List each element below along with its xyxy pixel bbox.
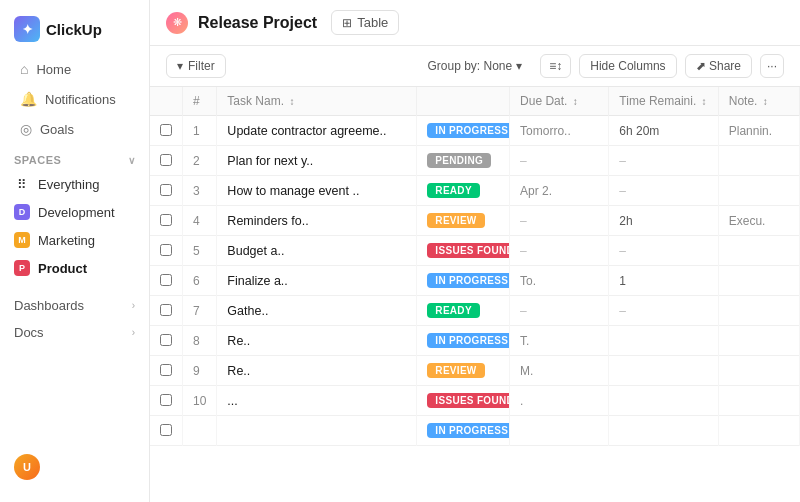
- user-avatar-area[interactable]: U: [0, 444, 149, 490]
- table-row[interactable]: 7Gathe..READY––: [150, 296, 800, 326]
- row-time-remaining: –: [609, 146, 718, 176]
- hide-columns-button[interactable]: Hide Columns: [579, 54, 676, 78]
- table-row[interactable]: 2Plan for next y..PENDING––: [150, 146, 800, 176]
- row-checkbox[interactable]: [160, 394, 172, 406]
- status-badge[interactable]: IN PROGRESS: [427, 123, 509, 138]
- row-checkbox[interactable]: [160, 364, 172, 376]
- row-time-remaining: –: [609, 296, 718, 326]
- row-checkbox[interactable]: [160, 184, 172, 196]
- status-badge[interactable]: READY: [427, 183, 480, 198]
- status-badge[interactable]: ISSUES FOUND: [427, 243, 509, 258]
- share-button[interactable]: ⬈ Share: [685, 54, 752, 78]
- row-status[interactable]: READY: [417, 296, 510, 326]
- row-task-name[interactable]: [217, 416, 417, 446]
- row-task-name[interactable]: Re..: [217, 356, 417, 386]
- sidebar-nav-home[interactable]: ⌂ Home: [6, 55, 143, 83]
- table-row[interactable]: 1Update contractor agreeme..IN PROGRESST…: [150, 116, 800, 146]
- filter-button[interactable]: ▾ Filter: [166, 54, 226, 78]
- col-notes[interactable]: Note. ↕: [718, 87, 799, 116]
- row-time-remaining: [609, 326, 718, 356]
- table-view-tab[interactable]: ⊞ Table: [331, 10, 399, 35]
- row-checkbox[interactable]: [160, 124, 172, 136]
- status-badge[interactable]: REVIEW: [427, 363, 484, 378]
- share-icon: ⬈: [696, 59, 709, 73]
- row-checkbox[interactable]: [160, 304, 172, 316]
- row-task-name[interactable]: Budget a..: [217, 236, 417, 266]
- row-checkbox[interactable]: [160, 214, 172, 226]
- row-checkbox[interactable]: [160, 424, 172, 436]
- sidebar-nav-notifications[interactable]: 🔔 Notifications: [6, 85, 143, 113]
- row-status[interactable]: READY: [417, 176, 510, 206]
- task-name-sort-icon: ↕: [289, 96, 294, 107]
- row-checkbox[interactable]: [160, 244, 172, 256]
- table-row[interactable]: 3How to manage event ..READYApr 2.–: [150, 176, 800, 206]
- sort-button[interactable]: ≡↕: [540, 54, 571, 78]
- status-badge[interactable]: ISSUES FOUND: [427, 393, 509, 408]
- sidebar-nav-notifications-label: Notifications: [45, 92, 116, 107]
- table-header-row: # Task Nam. ↕ Due Dat. ↕ Time Remaini. ↕: [150, 87, 800, 116]
- row-status[interactable]: ISSUES FOUND: [417, 236, 510, 266]
- status-badge[interactable]: IN PROGRESS: [427, 333, 509, 348]
- row-status[interactable]: PENDING: [417, 146, 510, 176]
- sidebar-dashboards[interactable]: Dashboards ›: [0, 292, 149, 319]
- status-badge[interactable]: READY: [427, 303, 480, 318]
- sidebar-space-development[interactable]: D Development: [0, 199, 149, 225]
- avatar: U: [14, 454, 40, 480]
- row-due-date: [510, 416, 609, 446]
- row-checkbox-cell: [150, 236, 183, 266]
- row-checkbox[interactable]: [160, 334, 172, 346]
- status-badge[interactable]: REVIEW: [427, 213, 484, 228]
- table-row[interactable]: 6Finalize a..IN PROGRESSTo.1: [150, 266, 800, 296]
- table-row[interactable]: 10...ISSUES FOUND.: [150, 386, 800, 416]
- row-task-name[interactable]: Gathe..: [217, 296, 417, 326]
- row-status[interactable]: IN PROGRESS: [417, 116, 510, 146]
- sidebar-bottom: Dashboards › Docs ›: [0, 292, 149, 346]
- sidebar-nav-goals[interactable]: ◎ Goals: [6, 115, 143, 143]
- row-checkbox-cell: [150, 386, 183, 416]
- row-time-remaining: [609, 416, 718, 446]
- row-notes: [718, 236, 799, 266]
- row-task-name[interactable]: Update contractor agreeme..: [217, 116, 417, 146]
- row-task-name[interactable]: ...: [217, 386, 417, 416]
- row-checkbox-cell: [150, 116, 183, 146]
- row-status[interactable]: IN PROGRESS: [417, 326, 510, 356]
- more-options-button[interactable]: ···: [760, 54, 784, 78]
- row-status[interactable]: ISSUES FOUND: [417, 386, 510, 416]
- status-badge[interactable]: IN PROGRESS: [427, 273, 509, 288]
- row-checkbox[interactable]: [160, 274, 172, 286]
- dashboards-chevron: ›: [132, 300, 135, 311]
- row-checkbox-cell: [150, 326, 183, 356]
- table-row[interactable]: 5Budget a..ISSUES FOUND––: [150, 236, 800, 266]
- table-body: 1Update contractor agreeme..IN PROGRESST…: [150, 116, 800, 446]
- row-checkbox[interactable]: [160, 154, 172, 166]
- development-dot: D: [14, 204, 30, 220]
- status-badge[interactable]: IN PROGRESS: [427, 423, 509, 438]
- table-row[interactable]: 9Re..REVIEWM.: [150, 356, 800, 386]
- row-task-name[interactable]: How to manage event ..: [217, 176, 417, 206]
- col-due-date[interactable]: Due Dat. ↕: [510, 87, 609, 116]
- sidebar-space-everything[interactable]: ⠿ Everything: [0, 171, 149, 197]
- row-task-name[interactable]: Re..: [217, 326, 417, 356]
- sidebar-space-product[interactable]: P Product: [0, 255, 149, 281]
- group-by-button[interactable]: Group by: None ▾: [418, 55, 533, 77]
- row-number: 3: [183, 176, 217, 206]
- spaces-collapse-icon[interactable]: ∨: [128, 155, 136, 166]
- status-badge[interactable]: PENDING: [427, 153, 491, 168]
- row-notes: [718, 296, 799, 326]
- row-status[interactable]: IN PROGRESS: [417, 266, 510, 296]
- row-status[interactable]: IN PROGRESS: [417, 416, 510, 446]
- sidebar-space-marketing[interactable]: M Marketing: [0, 227, 149, 253]
- row-number: 6: [183, 266, 217, 296]
- col-task-name[interactable]: Task Nam. ↕: [217, 87, 417, 116]
- col-time-remaining[interactable]: Time Remaini. ↕: [609, 87, 718, 116]
- row-status[interactable]: REVIEW: [417, 206, 510, 236]
- table-row[interactable]: 8Re..IN PROGRESST.: [150, 326, 800, 356]
- sidebar-docs[interactable]: Docs ›: [0, 319, 149, 346]
- table-row[interactable]: 4Reminders fo..REVIEW–2hExecu.: [150, 206, 800, 236]
- row-task-name[interactable]: Reminders fo..: [217, 206, 417, 236]
- row-task-name[interactable]: Plan for next y..: [217, 146, 417, 176]
- row-status[interactable]: REVIEW: [417, 356, 510, 386]
- table-row[interactable]: IN PROGRESS: [150, 416, 800, 446]
- row-task-name[interactable]: Finalize a..: [217, 266, 417, 296]
- col-num: #: [183, 87, 217, 116]
